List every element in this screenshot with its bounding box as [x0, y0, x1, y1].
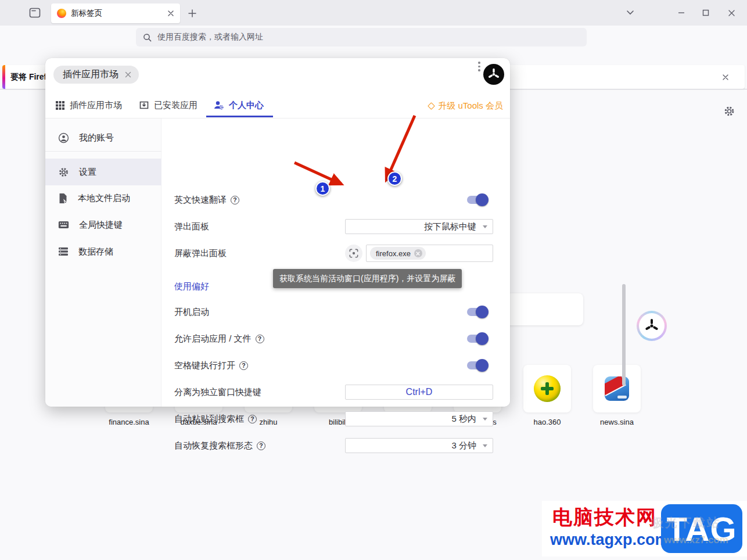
- keyboard-icon: [58, 221, 69, 229]
- help-icon[interactable]: ?: [239, 361, 248, 370]
- setting-row-quick-translate: 英文快速翻译 ?: [174, 191, 493, 209]
- sidebar-item-local-files[interactable]: 本地文件启动: [45, 185, 161, 211]
- utools-header-logo[interactable]: [483, 64, 504, 85]
- setting-label: 自动粘贴到搜索框: [174, 414, 244, 425]
- setting-label: 屏蔽弹出面板: [174, 248, 227, 259]
- sidebar-item-account[interactable]: 我的账号: [45, 124, 161, 151]
- popup-panel-select[interactable]: 按下鼠标中键: [345, 219, 493, 234]
- notification-close-icon[interactable]: [719, 71, 732, 84]
- file-launch-icon: [58, 193, 68, 204]
- sidebar-item-label: 本地文件启动: [78, 193, 130, 204]
- tab-close-icon[interactable]: [167, 10, 174, 17]
- list-all-tabs-icon[interactable]: [626, 9, 634, 15]
- utools-floating-logo[interactable]: [637, 311, 667, 341]
- address-bar[interactable]: 使用百度搜索，或者输入网址: [136, 28, 587, 46]
- dialog-more-menu-icon[interactable]: [475, 62, 483, 71]
- setting-row-auto-paste: 自动粘贴到搜索框 ? 5 秒内: [174, 410, 493, 428]
- section-heading: 使用偏好: [174, 281, 209, 292]
- settings-content: 英文快速翻译 ? 弹出面板 按下鼠标中键 屏蔽弹出面板 firefox.exe: [161, 119, 510, 407]
- setting-row-auto-start: 开机启动: [174, 303, 493, 321]
- new-tab-button[interactable]: [186, 7, 199, 20]
- auto-start-toggle[interactable]: [467, 308, 487, 316]
- sidebar-item-label: 我的账号: [79, 132, 114, 143]
- tab-plugin-market[interactable]: 插件应用市场: [56, 98, 122, 112]
- shortcut-hao360[interactable]: hao.360: [512, 365, 582, 426]
- utools-personal-center-window: 插件应用市场 插件应用市场 已安装应用 个人中心 升级 uTools 会: [45, 58, 510, 407]
- dialog-scrollbar[interactable]: [622, 284, 626, 386]
- setting-label: 开机启动: [174, 307, 209, 318]
- upgrade-member-link[interactable]: 升级 uTools 会员: [429, 100, 503, 112]
- active-tab-underline: [206, 116, 273, 117]
- upgrade-label: 升级 uTools 会员: [438, 100, 503, 112]
- notification-accent-stripe: [2, 65, 5, 89]
- sidebar-item-label: 设置: [79, 167, 96, 178]
- browser-tab-newtab[interactable]: 新标签页: [51, 3, 180, 23]
- address-bar-placeholder: 使用百度搜索，或者输入网址: [157, 32, 263, 42]
- setting-label: 空格键执行打开: [174, 360, 235, 371]
- setting-label: 英文快速翻译: [174, 195, 227, 206]
- tab-personal-center[interactable]: 个人中心: [214, 98, 264, 112]
- plugin-market-chip[interactable]: 插件应用市场: [53, 66, 139, 84]
- step-badge-2: 2: [387, 171, 402, 186]
- capture-tooltip: 获取系统当前活动窗口(应用程序)，并设置为屏蔽: [273, 269, 462, 288]
- setting-row-detach-hotkey: 分离为独立窗口快捷键 Ctrl+D: [174, 383, 493, 401]
- chevron-down-icon: [483, 418, 487, 421]
- shortcut-news-sina[interactable]: news.sina: [582, 365, 652, 426]
- shortcut-tile[interactable]: [593, 365, 641, 412]
- watermark-site-url: www.tagxp.com: [550, 531, 669, 549]
- tag-label: firefox.exe: [376, 249, 411, 258]
- shortcut-tile[interactable]: [523, 365, 571, 412]
- tab-label: 插件应用市场: [70, 100, 122, 111]
- notification-text: 要将 Firef: [10, 72, 46, 82]
- capture-active-window-button[interactable]: [345, 245, 362, 262]
- setting-label: 弹出面板: [174, 221, 209, 232]
- site-watermark: 电脑技术网 www.tagxp.com TAG 极光下载站 www.xz7.co…: [542, 501, 747, 557]
- hao360-icon: [534, 375, 561, 402]
- watermark-site-name: 电脑技术网: [552, 504, 657, 531]
- select-value: 3 分钟: [451, 440, 476, 451]
- space-open-toggle[interactable]: [467, 361, 487, 369]
- chevron-down-icon: [483, 225, 487, 228]
- window-maximize-button[interactable]: [697, 6, 714, 20]
- select-value: 按下鼠标中键: [424, 221, 476, 232]
- installed-apps-icon: [139, 101, 149, 110]
- quick-translate-toggle[interactable]: [467, 196, 487, 204]
- member-diamond-icon: [428, 102, 435, 110]
- setting-row-block-popup: 屏蔽弹出面板 firefox.exe: [174, 244, 493, 263]
- help-icon[interactable]: ?: [257, 441, 265, 450]
- grid-icon: [56, 101, 64, 110]
- help-icon[interactable]: ?: [248, 415, 257, 423]
- blocked-app-tag: firefox.exe: [370, 247, 426, 260]
- watermark-overlay-url: www.xz7.com: [664, 534, 728, 546]
- help-icon[interactable]: ?: [256, 335, 264, 343]
- window-minimize-button[interactable]: [673, 6, 690, 20]
- person-gear-icon: [214, 100, 224, 110]
- help-icon[interactable]: ?: [231, 196, 239, 204]
- setting-row-popup-panel: 弹出面板 按下鼠标中键: [174, 217, 493, 236]
- auto-restore-select[interactable]: 3 分钟: [345, 438, 493, 453]
- blocked-apps-input[interactable]: firefox.exe: [366, 245, 493, 262]
- utools-logo-icon: [639, 313, 665, 339]
- setting-label: 自动恢复搜索框形态: [174, 440, 253, 451]
- dialog-tab-bar: 插件应用市场 已安装应用 个人中心 升级 uTools 会员: [45, 96, 510, 118]
- sidebar-item-settings[interactable]: 设置: [45, 159, 161, 185]
- setting-row-auto-restore: 自动恢复搜索框形态 ? 3 分钟: [174, 436, 493, 455]
- newtab-settings-gear-icon[interactable]: [721, 103, 737, 119]
- detach-hotkey-input[interactable]: Ctrl+D: [345, 385, 493, 400]
- shortcut-label: hao.360: [512, 418, 582, 426]
- firefox-view-icon[interactable]: [26, 5, 44, 20]
- chip-close-icon[interactable]: [124, 71, 132, 78]
- tab-installed-apps[interactable]: 已安装应用: [139, 98, 197, 112]
- setting-label: 允许启动应用 / 文件: [174, 333, 252, 344]
- sidebar-item-global-hotkeys[interactable]: 全局快捷键: [45, 211, 161, 238]
- window-close-button[interactable]: [723, 6, 740, 20]
- tag-remove-icon[interactable]: [414, 249, 422, 257]
- shortcut-label: news.sina: [582, 418, 652, 426]
- allow-launch-toggle[interactable]: [467, 335, 487, 343]
- setting-row-allow-launch: 允许启动应用 / 文件 ?: [174, 329, 493, 348]
- setting-label: 分离为独立窗口快捷键: [174, 387, 261, 398]
- tab-label: 个人中心: [229, 100, 264, 111]
- chip-label: 插件应用市场: [63, 69, 118, 81]
- sidebar-item-data-storage[interactable]: 数据存储: [45, 238, 161, 265]
- auto-paste-select[interactable]: 5 秒内: [345, 411, 493, 426]
